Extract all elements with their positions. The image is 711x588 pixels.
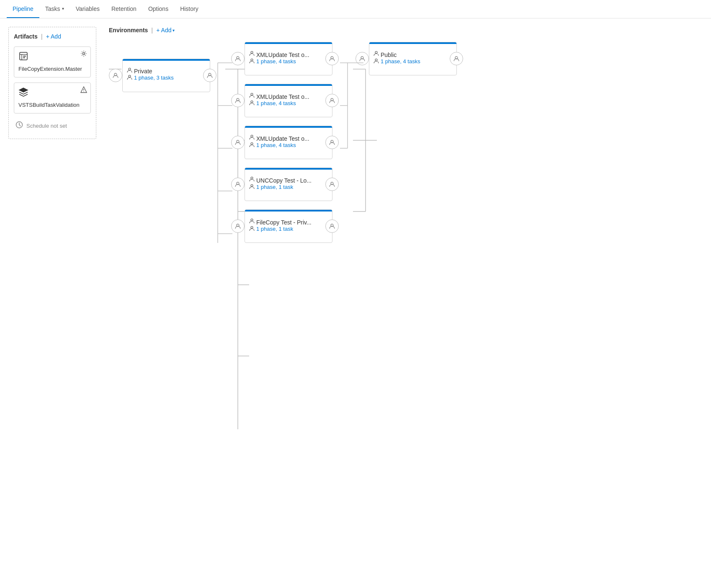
svg-point-53 xyxy=(375,59,377,61)
xmlupdate2-pre-node[interactable] xyxy=(231,94,245,107)
add-env-chevron-icon: ▾ xyxy=(173,28,175,33)
env-row-1: XMLUpdate Test o... 1 phase, 4 tasks xyxy=(231,42,332,75)
env-card-private[interactable]: Private 1 phase, 3 tasks xyxy=(122,59,210,92)
env-unccopy-tasks: 1 phase, 1 task xyxy=(256,184,312,190)
env-xmlupdate3-tasks: 1 phase, 4 tasks xyxy=(256,142,309,148)
xmlupdate3-post-node[interactable] xyxy=(325,136,339,149)
env-row-3: XMLUpdate Test o... 1 phase, 4 tasks xyxy=(231,126,332,159)
env-row-2: XMLUpdate Test o... 1 phase, 4 tasks xyxy=(231,84,332,117)
svg-point-37 xyxy=(251,101,253,103)
nav-history[interactable]: History xyxy=(174,0,204,18)
environments-title: Environments xyxy=(109,27,148,34)
unccopy-gate-icon-1 xyxy=(249,176,255,183)
env-private-tasks: 1 phase, 3 tasks xyxy=(134,75,174,81)
env-row-5: FileCopy Test - Priv... 1 phase, 1 task xyxy=(231,209,332,243)
stage3-container: Public 1 phase, 4 tasks xyxy=(356,42,457,75)
xmlupdate1-gate-icon-1 xyxy=(249,51,255,57)
xmlupdate1-pre-node[interactable] xyxy=(231,52,245,65)
env-card-xmlupdate1[interactable]: XMLUpdate Test o... 1 phase, 4 tasks xyxy=(245,42,332,75)
nav-retention[interactable]: Retention xyxy=(106,0,142,18)
artifact-card-2[interactable]: VSTSBuildTaskValidation xyxy=(14,83,91,113)
xmlupdate3-gate-icon-1 xyxy=(249,134,255,141)
env-filecopy-name: FileCopy Test - Priv... xyxy=(256,219,312,226)
env-xmlupdate2-name: XMLUpdate Test o... xyxy=(256,93,309,100)
svg-point-40 xyxy=(251,135,253,137)
svg-point-32 xyxy=(251,52,253,54)
svg-point-28 xyxy=(129,68,131,70)
artifact-settings-icon xyxy=(80,50,87,58)
svg-rect-4 xyxy=(23,56,26,57)
schedule-item[interactable]: Schedule not set xyxy=(14,119,91,133)
svg-point-49 xyxy=(251,227,253,229)
env-public-name: Public xyxy=(381,52,420,58)
svg-point-41 xyxy=(251,143,253,145)
unccopy-post-node[interactable] xyxy=(325,178,339,191)
nav-options[interactable]: Options xyxy=(142,0,174,18)
clock-icon xyxy=(15,121,23,130)
unccopy-gate-icon-2 xyxy=(249,184,255,191)
filecopy-pre-node[interactable] xyxy=(231,219,245,233)
artifact-card-1[interactable]: FileCopyExtension.Master xyxy=(14,46,91,77)
public-gate-icon-1 xyxy=(374,51,379,57)
public-pre-node[interactable] xyxy=(356,52,369,65)
svg-line-11 xyxy=(19,125,21,126)
xmlupdate2-gate-icon-1 xyxy=(249,93,255,99)
artifact-2-main-icon xyxy=(18,87,86,100)
svg-point-0 xyxy=(83,53,85,55)
env-filecopy-tasks: 1 phase, 1 task xyxy=(256,226,312,232)
env-header-divider: | xyxy=(151,27,153,34)
svg-point-33 xyxy=(251,59,253,61)
env-card-xmlupdate3[interactable]: XMLUpdate Test o... 1 phase, 4 tasks xyxy=(245,126,332,159)
svg-point-48 xyxy=(251,219,253,221)
env-xmlupdate2-tasks: 1 phase, 4 tasks xyxy=(256,100,309,106)
filecopy-gate-icon-2 xyxy=(249,226,255,232)
env-xmlupdate1-name: XMLUpdate Test o... xyxy=(256,52,309,58)
public-post-node[interactable] xyxy=(450,52,463,65)
add-artifact-button[interactable]: + Add xyxy=(46,33,61,40)
env-public-tasks: 1 phase, 4 tasks xyxy=(381,58,420,64)
env-unccopy-name: UNCCopy Test - Lo... xyxy=(256,177,312,184)
artifact-trigger-icon xyxy=(80,86,87,94)
svg-point-52 xyxy=(375,52,377,54)
env-card-filecopy[interactable]: FileCopy Test - Priv... 1 phase, 1 task xyxy=(245,209,332,243)
xmlupdate3-pre-node[interactable] xyxy=(231,136,245,149)
main-content: Artifacts | + Add FileCop xyxy=(0,18,711,588)
svg-point-29 xyxy=(129,75,131,77)
svg-point-45 xyxy=(251,185,253,187)
header-divider: | xyxy=(41,33,43,40)
xmlupdate3-gate-icon-2 xyxy=(249,142,255,149)
private-pre-approval-node[interactable] xyxy=(109,69,122,82)
svg-point-36 xyxy=(251,93,253,95)
env-xmlupdate3-name: XMLUpdate Test o... xyxy=(256,135,309,142)
xmlupdate2-post-node[interactable] xyxy=(325,94,339,107)
env-card-xmlupdate2[interactable]: XMLUpdate Test o... 1 phase, 4 tasks xyxy=(245,84,332,117)
chevron-down-icon: ▾ xyxy=(62,6,64,11)
svg-point-44 xyxy=(251,177,253,179)
svg-rect-5 xyxy=(23,57,25,58)
add-environment-button[interactable]: + Add ▾ xyxy=(156,27,175,34)
env-private-name: Private xyxy=(134,68,174,75)
filecopy-post-node[interactable] xyxy=(325,219,339,233)
env-row-4: UNCCopy Test - Lo... 1 phase, 1 task xyxy=(231,168,332,201)
nav-tasks[interactable]: Tasks ▾ xyxy=(39,0,70,18)
private-post-approval-node[interactable] xyxy=(203,69,216,82)
artifact-build-icon xyxy=(18,51,86,64)
top-navigation: Pipeline Tasks ▾ Variables Retention Opt… xyxy=(0,0,711,18)
env-private-gate-icon-1 xyxy=(127,67,132,74)
xmlupdate1-post-node[interactable] xyxy=(325,52,339,65)
artifact-1-title: FileCopyExtension.Master xyxy=(18,65,86,73)
schedule-label: Schedule not set xyxy=(26,123,67,129)
env-card-public[interactable]: Public 1 phase, 4 tasks xyxy=(369,42,457,75)
artifacts-header: Artifacts | + Add xyxy=(14,33,91,40)
xmlupdate1-gate-icon-2 xyxy=(249,58,255,65)
env-card-unccopy[interactable]: UNCCopy Test - Lo... 1 phase, 1 task xyxy=(245,168,332,201)
env-private-gate-icon-2 xyxy=(127,75,132,81)
public-gate-icon-2 xyxy=(374,58,379,65)
stage1-container: Private 1 phase, 3 tasks xyxy=(109,59,210,92)
artifact-2-title: VSTSBuildTaskValidation xyxy=(18,101,86,109)
nav-pipeline[interactable]: Pipeline xyxy=(7,0,39,18)
unccopy-pre-node[interactable] xyxy=(231,178,245,191)
nav-variables[interactable]: Variables xyxy=(70,0,106,18)
stage2-column: XMLUpdate Test o... 1 phase, 4 tasks xyxy=(231,42,332,243)
artifacts-panel: Artifacts | + Add FileCop xyxy=(8,27,96,139)
